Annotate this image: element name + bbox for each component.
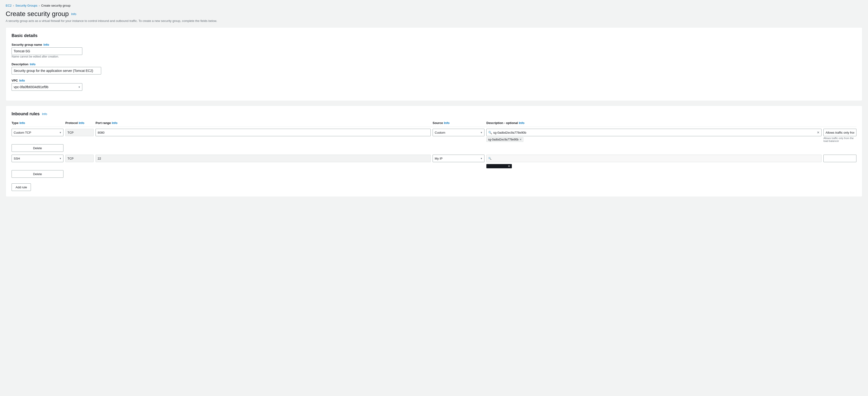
page-description: A security group acts as a virtual firew…: [6, 19, 862, 23]
vpc-select-wrapper: vpc-0fa0fb6934d91ef9b ▼: [11, 83, 82, 91]
breadcrumb-security-groups[interactable]: Security Groups: [16, 4, 37, 7]
row2-source-column: 🔍 ✕: [486, 155, 822, 168]
vpc-info-link[interactable]: Info: [19, 79, 25, 82]
vpc-label: VPC Info: [11, 79, 857, 82]
description-info-link[interactable]: Info: [30, 63, 36, 66]
col-header-protocol: Protocol Info: [65, 121, 94, 125]
row2-delete-button[interactable]: Delete: [11, 170, 63, 178]
inbound-rules-card: Inbound rules Info Type Info Protocol In…: [6, 106, 862, 197]
breadcrumb-sep-1: ›: [13, 4, 14, 7]
row1-sg-tag-remove-button[interactable]: ✕: [519, 138, 522, 141]
row2-ip-tag-value: [488, 165, 507, 168]
row2-protocol-input: [65, 155, 94, 162]
row1-search-icon: 🔍: [488, 131, 492, 134]
source-header-info[interactable]: Info: [444, 121, 450, 125]
description-input[interactable]: [11, 67, 101, 74]
port-header-info[interactable]: Info: [112, 121, 118, 125]
breadcrumb-ec2[interactable]: EC2: [6, 4, 11, 7]
breadcrumb-current: Create security group: [41, 4, 70, 7]
description-group: Description Info: [11, 63, 857, 74]
inbound-rules-header: Inbound rules Info: [11, 111, 857, 117]
row1-type-select[interactable]: Custom TCP SSH HTTP HTTPS: [11, 129, 63, 136]
description-label: Description Info: [11, 63, 857, 66]
sg-name-hint: Name cannot be edited after creation.: [11, 55, 857, 58]
basic-details-card: Basic details Security group name Info N…: [6, 27, 862, 101]
breadcrumb: EC2 › Security Groups › Create security …: [6, 4, 862, 7]
add-rule-button[interactable]: Add rule: [11, 184, 31, 191]
row2-port-input: [96, 155, 431, 162]
row2-tag-container: ✕: [486, 164, 822, 168]
page-title-wrapper: Create security group Info: [6, 10, 862, 18]
page-title: Create security group: [6, 10, 69, 18]
row2-type-select[interactable]: SSH Custom TCP HTTP HTTPS: [11, 155, 63, 162]
row1-sg-tag: sg-0adbd2ec9a778e90b ✕: [486, 137, 523, 142]
row2-description-col: [824, 155, 857, 162]
row1-port-input[interactable]: [96, 129, 431, 136]
row1-description-input[interactable]: [824, 129, 857, 136]
row2-source-search-input[interactable]: [486, 155, 822, 162]
table-row: SSH Custom TCP HTTP HTTPS ▼ My IP Custom…: [11, 155, 857, 178]
row2-source-search-wrapper: 🔍: [486, 155, 822, 162]
row2-search-icon: 🔍: [488, 157, 492, 160]
rules-table-header: Type Info Protocol Info Port range Info …: [11, 121, 857, 127]
row1-description-col: Allows traffic only from the load balanc…: [824, 129, 857, 142]
col-header-description: Description - optional Info: [486, 121, 822, 125]
type-header-info[interactable]: Info: [19, 121, 25, 125]
vpc-select[interactable]: vpc-0fa0fb6934d91ef9b: [11, 83, 82, 91]
table-row: Custom TCP SSH HTTP HTTPS ▼ Custom Anywh…: [11, 129, 857, 152]
row1-protocol-input: [65, 129, 94, 136]
row1-delete-button[interactable]: Delete: [11, 144, 63, 152]
row1-source-search-input[interactable]: [486, 129, 822, 136]
sg-name-group: Security group name Info Name cannot be …: [11, 43, 857, 58]
vpc-group: VPC Info vpc-0fa0fb6934d91ef9b ▼: [11, 79, 857, 91]
row1-type-wrapper: Custom TCP SSH HTTP HTTPS ▼: [11, 129, 63, 136]
basic-details-title: Basic details: [11, 33, 857, 38]
description-header-info[interactable]: Info: [519, 121, 525, 125]
page-info-link[interactable]: Info: [71, 12, 76, 16]
row1-source-column: 🔍 ✕ sg-0adbd2ec9a778e90b ✕: [486, 129, 822, 142]
row2-type-wrapper: SSH Custom TCP HTTP HTTPS ▼: [11, 155, 63, 162]
row1-source-search-wrapper: 🔍 ✕: [486, 129, 822, 136]
col-header-type: Type Info: [11, 121, 63, 125]
row1-source-type-select[interactable]: Custom Anywhere-IPv4 Anywhere-IPv6 My IP: [433, 129, 485, 136]
col-header-port-range: Port range Info: [96, 121, 431, 125]
breadcrumb-sep-2: ›: [39, 4, 40, 7]
row1-tag-container: sg-0adbd2ec9a778e90b ✕: [486, 137, 822, 142]
row1-description-hint: Allows traffic only from the load balanc…: [824, 137, 857, 142]
sg-name-info-link[interactable]: Info: [43, 43, 49, 46]
protocol-header-info[interactable]: Info: [79, 121, 85, 125]
row2-description-input[interactable]: [824, 155, 857, 162]
row2-source-type-wrapper: My IP Custom Anywhere-IPv4 Anywhere-IPv6…: [433, 155, 485, 162]
sg-name-label: Security group name Info: [11, 43, 857, 46]
row2-ip-tag-remove-button[interactable]: ✕: [508, 165, 510, 168]
row1-sg-tag-value: sg-0adbd2ec9a778e90b: [488, 138, 519, 141]
col-header-source: Source Info: [433, 121, 485, 125]
row2-source-type-select[interactable]: My IP Custom Anywhere-IPv4 Anywhere-IPv6: [433, 155, 485, 162]
row1-source-type-wrapper: Custom Anywhere-IPv4 Anywhere-IPv6 My IP…: [433, 129, 485, 136]
row2-ip-tag: ✕: [486, 164, 512, 168]
inbound-rules-info-link[interactable]: Info: [42, 112, 47, 116]
sg-name-input[interactable]: [11, 47, 82, 55]
inbound-rules-title: Inbound rules: [11, 111, 40, 117]
row1-source-clear-button[interactable]: ✕: [817, 131, 819, 134]
col-header-actions: [824, 121, 857, 125]
